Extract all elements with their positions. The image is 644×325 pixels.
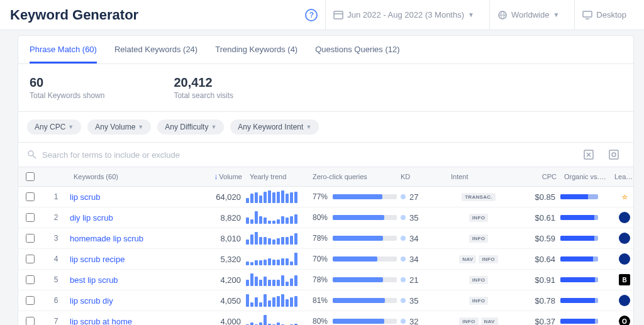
volume-value: 64,020 <box>196 192 246 202</box>
keyword-link[interactable]: best lip scrub <box>70 275 196 285</box>
keyword-link[interactable]: lip scrub at home <box>70 317 196 326</box>
row-checkbox[interactable] <box>26 275 35 284</box>
zero-click-cell: 80% <box>309 317 397 325</box>
row-checkbox[interactable] <box>26 296 35 305</box>
stat-total-keywords: 60 Total Keywords shown <box>30 75 104 100</box>
cpc-value: $0.37 <box>510 317 560 326</box>
col-cpc[interactable]: CPC <box>510 168 560 185</box>
device-selector[interactable]: Desktop <box>574 0 634 30</box>
filter-pill[interactable]: Any Volume▼ <box>87 119 151 135</box>
col-yearly-trend[interactable]: Yearly trend <box>246 168 309 185</box>
date-range-selector[interactable]: Jun 2022 - Aug 2022 (3 Months) ▼ <box>325 0 482 30</box>
keyword-link[interactable]: lip scrub <box>70 192 196 202</box>
zero-click-cell: 78% <box>309 234 397 243</box>
ovp-cell <box>560 256 611 262</box>
volume-value: 8,820 <box>196 213 246 223</box>
tab[interactable]: Related Keywords (24) <box>114 36 197 63</box>
kd-cell: 27 <box>397 192 447 202</box>
tab[interactable]: Questions Queries (12) <box>315 36 399 63</box>
svg-line-8 <box>33 155 36 158</box>
row-checkbox[interactable] <box>26 234 35 243</box>
col-kd[interactable]: KD <box>397 168 447 185</box>
leader-badge: O <box>619 316 630 325</box>
svg-rect-10 <box>609 150 618 159</box>
help-icon[interactable]: ? <box>305 9 318 21</box>
chevron-down-icon: ▼ <box>68 124 74 130</box>
trend-sparkline <box>246 253 309 265</box>
svg-point-7 <box>28 151 33 156</box>
keyword-link[interactable]: lip scrub diy <box>70 296 196 306</box>
svg-point-11 <box>612 153 616 157</box>
filter-pill[interactable]: Any CPC▼ <box>27 119 81 135</box>
select-all-checkbox[interactable] <box>26 172 35 181</box>
row-index: 2 <box>42 213 70 222</box>
leader-cell: B <box>611 274 634 285</box>
leader-cell <box>611 295 634 306</box>
tab[interactable]: Trending Keywords (4) <box>215 36 297 63</box>
filter-pill[interactable]: Any Keyword Intent▼ <box>230 119 319 135</box>
col-leader[interactable]: Leader <box>611 168 634 185</box>
col-intent[interactable]: Intent <box>447 168 510 185</box>
zero-click-cell: 77% <box>309 192 397 201</box>
leader-badge: B <box>619 274 630 285</box>
trend-sparkline <box>246 211 309 224</box>
kd-cell: 35 <box>397 213 447 223</box>
volume-value: 4,000 <box>196 317 246 326</box>
row-index: 6 <box>42 296 70 305</box>
filter-pill[interactable]: Any Difficulty▼ <box>157 119 224 135</box>
filter-label: Any Difficulty <box>165 123 208 131</box>
col-ovp[interactable]: Organic vs. Paid <box>560 168 611 185</box>
ovp-cell <box>560 277 611 282</box>
region-selector[interactable]: Worldwide ▼ <box>489 0 567 30</box>
kd-cell: 35 <box>397 296 447 306</box>
export-icon[interactable] <box>583 149 594 160</box>
intent-cell: TRANSAC. <box>447 193 510 201</box>
chevron-down-icon: ▼ <box>553 11 559 18</box>
table-row: 5best lip scrub4,20078%21INFO$0.91B <box>18 270 633 290</box>
page-title: Keyword Generator <box>10 7 305 23</box>
col-volume[interactable]: ↓Volume <box>196 167 246 186</box>
intent-cell: INFO <box>447 234 510 243</box>
calendar-icon <box>333 10 343 20</box>
stat-total-visits-value: 20,412 <box>174 75 233 90</box>
row-checkbox[interactable] <box>26 317 35 325</box>
row-checkbox[interactable] <box>26 213 35 222</box>
cpc-value: $0.59 <box>510 234 560 243</box>
keyword-link[interactable]: homemade lip scrub <box>70 234 196 243</box>
sort-down-icon: ↓ <box>214 172 218 181</box>
table-row: 4lip scrub recipe5,32070%34NAVINFO$0.64 <box>18 249 633 270</box>
search-input[interactable] <box>42 150 583 160</box>
stat-total-visits-label: Total search visits <box>174 91 233 100</box>
row-checkbox[interactable] <box>26 255 35 263</box>
volume-value: 4,200 <box>196 275 246 285</box>
date-range-label: Jun 2022 - Aug 2022 (3 Months) <box>347 10 464 19</box>
volume-value: 8,010 <box>196 234 246 243</box>
leader-badge <box>619 212 630 223</box>
kd-cell: 34 <box>397 234 447 243</box>
leader-badge <box>619 253 630 265</box>
keyword-link[interactable]: lip scrub recipe <box>70 255 196 264</box>
leader-badge <box>619 233 630 244</box>
row-index: 3 <box>42 234 70 243</box>
col-keywords[interactable]: Keywords (60) <box>70 168 196 185</box>
row-checkbox[interactable] <box>26 192 35 201</box>
filter-label: Any CPC <box>35 123 65 131</box>
col-zero-click[interactable]: Zero-click queries <box>309 168 397 185</box>
keyword-link[interactable]: diy lip scrub <box>70 213 196 223</box>
intent-cell: NAVINFO <box>447 255 510 263</box>
ovp-cell <box>560 215 611 220</box>
leader-cell <box>611 253 634 265</box>
intent-cell: INFONAV <box>447 317 510 326</box>
leader-cell: ☆ <box>611 191 634 202</box>
columns-settings-icon[interactable] <box>608 149 619 160</box>
filter-label: Any Keyword Intent <box>238 123 303 131</box>
row-index: 7 <box>42 317 70 325</box>
row-index: 1 <box>42 192 70 201</box>
intent-cell: INFO <box>447 297 510 305</box>
cpc-value: $0.85 <box>510 192 560 202</box>
tab[interactable]: Phrase Match (60) <box>30 36 97 63</box>
device-label: Desktop <box>596 10 626 19</box>
globe-icon <box>497 10 508 20</box>
volume-value: 5,320 <box>196 255 246 264</box>
cpc-value: $0.61 <box>510 213 560 223</box>
